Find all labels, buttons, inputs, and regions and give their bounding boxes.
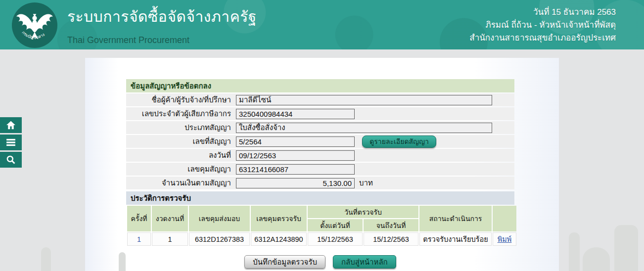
col-header-inspect-date-group: วันที่ตรวจรับ	[308, 206, 418, 218]
watermark-dome	[583, 247, 610, 271]
sidebar-home-button[interactable]	[0, 117, 22, 133]
header-user: ภิรมณ์ ถี่ถ้วน - หัวหน้าเจ้าหน้าที่พัสดุ	[469, 19, 616, 32]
contract-section-header: ข้อมูลสัญญาหรือข้อตกลง	[126, 79, 514, 92]
inspection-history-table: ครั้งที่ งวดงานที่ เลขคุมส่งมอบ เลขคุมตร…	[126, 205, 517, 247]
contract-type-field[interactable]	[236, 123, 492, 133]
col-header-installment: งวดงานที่	[152, 206, 188, 231]
col-header-seq: ครั้งที่	[127, 206, 151, 231]
footer-buttons: บันทึกข้อมูลตรวจรับ กลับสู่หน้าหลัก	[126, 255, 514, 269]
vendor-name-label: ชื่อผู้ค้า/ผู้รับจ้าง/ที่ปรึกษา	[126, 94, 236, 106]
row-seq-link[interactable]: 1	[137, 235, 141, 243]
contract-amount-label: จำนวนเงินตามสัญญา	[126, 177, 236, 189]
app-header: กรมบัญชีกลาง ระบบการจัดซื้อจัดจ้างภาครัฐ…	[0, 0, 644, 49]
row-date-to: 15/12/2563	[364, 232, 418, 246]
sidebar	[0, 117, 22, 169]
contract-number-label: เลขที่สัญญา	[126, 136, 236, 147]
taxpayer-id-field[interactable]	[236, 109, 355, 119]
row-installment: 1	[152, 232, 188, 246]
watermark-bar	[119, 252, 126, 271]
header-date: วันที่ 15 ธันวาคม 2563	[469, 6, 616, 19]
col-header-status: สถานะดำเนินการ	[419, 206, 492, 231]
page-title: ระบบการจัดซื้อจัดจ้างภาครัฐ	[67, 5, 257, 28]
col-header-print	[493, 206, 516, 231]
taxpayer-id-label: เลขประจำตัวผู้เสียภาษีอากร	[126, 108, 236, 120]
currency-suffix: บาท	[359, 177, 373, 189]
header-organization: สำนักงานสาธารณสุขอำเภออรัญประเทศ	[469, 32, 616, 45]
contract-number-field[interactable]	[236, 136, 355, 147]
watermark-bar	[569, 232, 580, 271]
row-inspect-no: 6312A1243890	[251, 232, 307, 246]
col-header-inspect-no: เลขคุมตรวจรับ	[251, 206, 307, 231]
watermark-bar	[41, 247, 51, 271]
form-row-taxpayer-id: เลขประจำตัวผู้เสียภาษีอากร	[126, 107, 514, 120]
view-contract-detail-button[interactable]: ดูรายละเอียดสัญญา	[362, 136, 436, 148]
form-row-vendor-name: ชื่อผู้ค้า/ผู้รับจ้าง/ที่ปรึกษา	[126, 93, 514, 106]
history-section-header: ประวัติการตรวจรับ	[126, 191, 514, 205]
sidebar-search-button[interactable]	[0, 152, 22, 168]
search-icon	[6, 155, 16, 165]
row-date-from: 15/12/2563	[308, 232, 363, 246]
menu-icon	[6, 138, 16, 146]
row-print-link[interactable]: พิมพ์	[498, 235, 512, 243]
form-row-contract-number: เลขที่สัญญา ดูรายละเอียดสัญญา	[126, 135, 514, 148]
form-row-contract-date: ลงวันที่	[126, 149, 514, 162]
contract-control-number-label: เลขคุมสัญญา	[126, 163, 236, 175]
form-row-contract-type: ประเภทสัญญา	[126, 121, 514, 134]
garuda-emblem-icon: กรมบัญชีกลาง	[14, 4, 55, 46]
form-row-contract-amount: จำนวนเงินตามสัญญา บาท	[126, 177, 514, 189]
department-logo: กรมบัญชีกลาง	[12, 2, 57, 48]
home-icon	[6, 121, 16, 130]
form-row-contract-control-number: เลขคุมสัญญา	[126, 163, 514, 176]
row-delivery-no: 6312D1267383	[189, 232, 250, 246]
contract-date-field[interactable]	[236, 150, 355, 161]
contract-date-label: ลงวันที่	[126, 149, 236, 161]
page-subtitle: Thai Government Procurement	[67, 35, 257, 45]
content-panel: ข้อมูลสัญญาหรือข้อตกลง ชื่อผู้ค้า/ผู้รับ…	[85, 58, 559, 271]
vendor-name-field[interactable]	[236, 95, 492, 105]
contract-control-number-field[interactable]	[236, 164, 355, 175]
col-header-delivery-no: เลขคุมส่งมอบ	[189, 206, 250, 231]
sidebar-menu-button[interactable]	[0, 135, 22, 150]
back-to-main-button[interactable]: กลับสู่หน้าหลัก	[333, 255, 396, 269]
watermark-bar	[614, 225, 638, 271]
row-status: ตรวจรับงานเรียบร้อย	[419, 232, 492, 246]
contract-amount-field[interactable]	[236, 178, 355, 188]
save-inspection-button[interactable]: บันทึกข้อมูลตรวจรับ	[244, 255, 325, 269]
col-header-date-to: จนถึงวันที่	[364, 219, 418, 231]
contract-type-label: ประเภทสัญญา	[126, 122, 236, 134]
table-row: 1 1 6312D1267383 6312A1243890 15/12/2563…	[127, 232, 516, 246]
col-header-date-from: ตั้งแต่วันที่	[308, 219, 363, 231]
